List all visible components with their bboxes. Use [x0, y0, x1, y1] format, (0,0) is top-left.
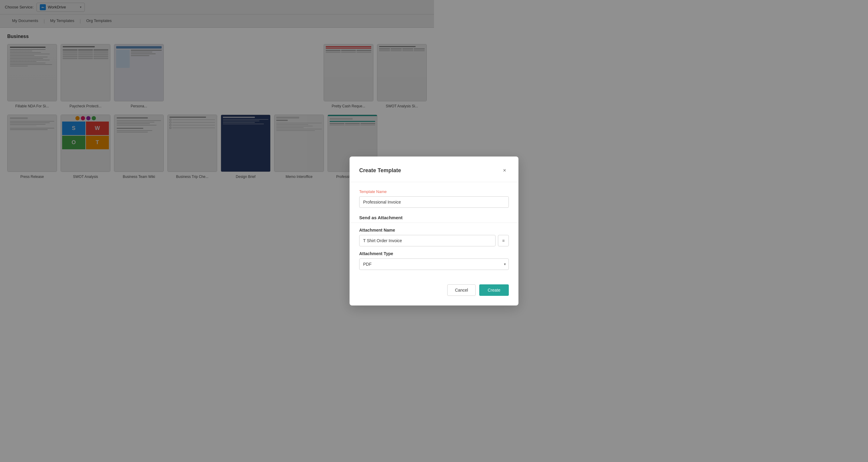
attachment-name-field-group: Attachment Name ≡: [359, 228, 434, 231]
attachment-name-label: Attachment Name: [359, 228, 434, 231]
modal-header: Create Template ×: [359, 166, 434, 175]
create-template-modal: Create Template × Template Name Send as …: [349, 156, 434, 231]
modal-overlay: Create Template × Template Name Send as …: [0, 0, 434, 231]
modal-divider-top: [349, 182, 434, 182]
modal-title: Create Template: [359, 167, 401, 174]
template-name-input[interactable]: [359, 196, 434, 208]
template-name-label: Template Name: [359, 189, 434, 194]
send-as-attachment-heading: Send as Attachment: [349, 215, 434, 223]
template-name-field-group: Template Name: [359, 189, 434, 208]
